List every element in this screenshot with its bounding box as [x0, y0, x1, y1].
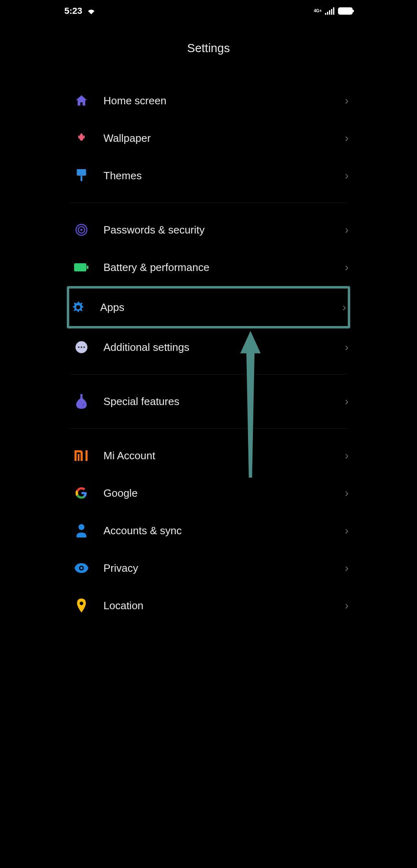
mi-icon: [74, 448, 89, 463]
menu-label: Passwords & security: [103, 224, 349, 236]
svg-rect-6: [77, 169, 86, 176]
eye-icon: [74, 561, 89, 575]
chevron-right-icon: ›: [345, 395, 349, 408]
chevron-right-icon: ›: [345, 599, 349, 612]
menu-item-accounts-sync[interactable]: Accounts & sync ›: [55, 512, 362, 549]
svg-point-20: [79, 524, 85, 530]
status-bar-left: 5:23: [64, 6, 96, 16]
chevron-right-icon: ›: [345, 449, 349, 462]
svg-rect-4: [333, 7, 334, 15]
section-divider: [70, 374, 347, 375]
chevron-right-icon: ›: [345, 223, 349, 236]
paint-icon: [74, 168, 89, 183]
house-icon: [74, 93, 89, 108]
flask-icon: [74, 394, 89, 409]
chevron-right-icon: ›: [345, 341, 349, 354]
menu-label: Home screen: [103, 95, 349, 107]
chevron-right-icon: ›: [345, 487, 349, 500]
battery-icon: [74, 260, 89, 275]
chevron-right-icon: ›: [345, 169, 349, 182]
menu-label: Mi Account: [103, 449, 349, 462]
svg-point-23: [80, 601, 83, 605]
signal-icon: [325, 7, 335, 15]
google-icon: [74, 486, 89, 500]
svg-rect-0: [325, 13, 326, 15]
menu-label: Apps: [100, 301, 348, 314]
menu-label: Accounts & sync: [103, 524, 349, 537]
chevron-right-icon: ›: [345, 524, 349, 537]
person-icon: [74, 523, 89, 538]
svg-point-13: [76, 305, 81, 310]
menu-item-wallpaper[interactable]: Wallpaper ›: [55, 119, 362, 157]
menu-item-location[interactable]: Location ›: [55, 587, 362, 624]
settings-menu: Home screen › Wallpaper › Themes › Passw…: [55, 66, 362, 624]
network-label: 4G+: [314, 9, 322, 13]
wifi-icon: [86, 7, 96, 15]
svg-point-16: [81, 346, 82, 348]
battery-status-icon: [338, 7, 353, 15]
menu-item-special-features[interactable]: Special features ›: [55, 383, 362, 420]
section-divider: [70, 428, 347, 429]
menu-item-themes[interactable]: Themes ›: [55, 157, 362, 194]
menu-label: Additional settings: [103, 341, 349, 354]
menu-item-additional-settings[interactable]: Additional settings ›: [55, 328, 362, 366]
svg-rect-12: [87, 266, 88, 269]
menu-item-passwords-security[interactable]: Passwords & security ›: [55, 211, 362, 249]
pin-icon: [74, 598, 89, 613]
chevron-right-icon: ›: [345, 132, 349, 145]
section-divider: [70, 203, 347, 203]
svg-rect-5: [81, 103, 82, 104]
gear-icon: [71, 300, 86, 315]
svg-point-10: [80, 229, 82, 231]
status-time: 5:23: [64, 6, 82, 16]
svg-point-19: [82, 406, 83, 408]
tulip-icon: [74, 131, 89, 145]
fingerprint-icon: [74, 223, 89, 237]
status-bar: 5:23 4G+: [55, 0, 362, 22]
menu-label: Battery & performance: [103, 261, 349, 274]
menu-item-privacy[interactable]: Privacy ›: [55, 549, 362, 587]
chevron-right-icon: ›: [345, 562, 349, 575]
menu-label: Google: [103, 487, 349, 500]
svg-rect-7: [81, 176, 83, 181]
menu-item-mi-account[interactable]: Mi Account ›: [55, 437, 362, 474]
svg-rect-2: [329, 10, 330, 15]
menu-label: Location: [103, 599, 349, 612]
menu-item-apps[interactable]: Apps ›: [67, 286, 350, 328]
more-icon: [74, 340, 89, 355]
menu-item-google[interactable]: Google ›: [55, 474, 362, 512]
chevron-right-icon: ›: [345, 94, 349, 107]
svg-point-18: [83, 404, 84, 405]
svg-point-15: [78, 346, 79, 348]
svg-rect-11: [74, 263, 86, 271]
phone-frame: 5:23 4G+ Settings Home s: [55, 0, 362, 624]
svg-point-17: [83, 346, 85, 348]
chevron-right-icon: ›: [345, 261, 349, 274]
page-title: Settings: [55, 22, 362, 66]
svg-point-22: [80, 567, 83, 569]
svg-rect-1: [327, 12, 328, 15]
menu-label: Wallpaper: [103, 132, 349, 145]
status-bar-right: 4G+: [314, 7, 353, 15]
menu-label: Privacy: [103, 562, 349, 575]
menu-item-battery-performance[interactable]: Battery & performance ›: [55, 249, 362, 286]
chevron-right-icon: ›: [342, 301, 346, 314]
svg-rect-3: [331, 9, 332, 15]
menu-label: Special features: [103, 395, 349, 408]
menu-item-home-screen[interactable]: Home screen ›: [55, 82, 362, 119]
menu-label: Themes: [103, 170, 349, 182]
